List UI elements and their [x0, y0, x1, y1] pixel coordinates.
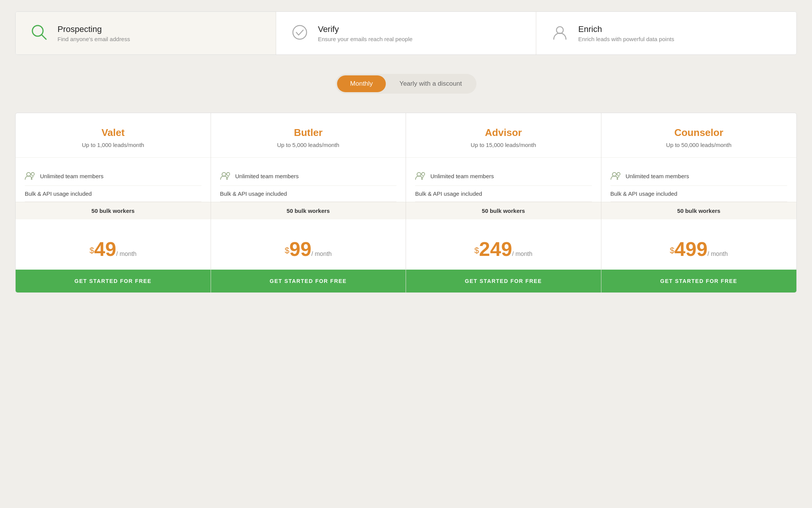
yearly-toggle[interactable]: Yearly with a discount [387, 75, 475, 92]
valet-header: Valet Up to 1,000 leads/month [16, 113, 211, 158]
advisor-price: $249/ month [406, 228, 601, 270]
svg-point-9 [422, 173, 425, 176]
search-icon [29, 22, 49, 44]
butler-features: Unlimited team members Bulk & API usage … [211, 158, 406, 228]
svg-point-2 [293, 26, 307, 39]
valet-price: $49/ month [16, 228, 211, 270]
advisor-title: Advisor [415, 127, 592, 139]
svg-point-11 [617, 173, 620, 176]
svg-point-7 [227, 173, 230, 176]
butler-team-row: Unlimited team members [220, 167, 397, 186]
butler-cta-button[interactable]: GET STARTED FOR FREE [211, 270, 406, 292]
enrich-title: Enrich [578, 24, 674, 34]
valet-leads: Up to 1,000 leads/month [25, 142, 201, 148]
valet-title: Valet [25, 127, 201, 139]
feature-tabs: Prospecting Find anyone's email address … [15, 11, 797, 55]
advisor-api-row: Bulk & API usage included [415, 186, 592, 202]
feature-tab-prospecting[interactable]: Prospecting Find anyone's email address [16, 12, 276, 54]
team-icon [25, 171, 35, 181]
butler-leads: Up to 5,000 leads/month [220, 142, 397, 148]
svg-point-3 [556, 27, 563, 34]
advisor-workers: 50 bulk workers [406, 202, 601, 219]
counselor-team-row: Unlimited team members [611, 167, 788, 186]
valet-price-amount: $49/ month [90, 250, 136, 257]
counselor-cta: GET STARTED FOR FREE [601, 270, 797, 292]
advisor-features: Unlimited team members Bulk & API usage … [406, 158, 601, 228]
advisor-leads: Up to 15,000 leads/month [415, 142, 592, 148]
butler-workers: 50 bulk workers [211, 202, 406, 219]
counselor-price-amount: $499/ month [670, 250, 728, 257]
butler-team-icon [220, 171, 231, 181]
advisor-cta-button[interactable]: GET STARTED FOR FREE [406, 270, 601, 292]
butler-price: $99/ month [211, 228, 406, 270]
valet-team-row: Unlimited team members [25, 167, 201, 186]
butler-header: Butler Up to 5,000 leads/month [211, 113, 406, 158]
valet-features: Unlimited team members Bulk & API usage … [16, 158, 211, 228]
plan-valet: Valet Up to 1,000 leads/month Unlimited … [16, 113, 211, 292]
advisor-api-label: Bulk & API usage included [415, 190, 482, 197]
counselor-price: $499/ month [601, 228, 797, 270]
prospecting-text: Prospecting Find anyone's email address [58, 24, 130, 42]
counselor-workers: 50 bulk workers [601, 202, 797, 219]
counselor-features: Unlimited team members Bulk & API usage … [601, 158, 797, 228]
monthly-toggle[interactable]: Monthly [337, 75, 386, 92]
pricing-grid: Valet Up to 1,000 leads/month Unlimited … [15, 113, 797, 293]
counselor-leads: Up to 50,000 leads/month [611, 142, 788, 148]
enrich-text: Enrich Enrich leads with powerful data p… [578, 24, 674, 42]
enrich-icon [550, 22, 570, 44]
butler-api-label: Bulk & API usage included [220, 190, 287, 197]
butler-team-label: Unlimited team members [235, 173, 299, 179]
counselor-header: Counselor Up to 50,000 leads/month [601, 113, 797, 158]
svg-line-1 [42, 35, 46, 39]
counselor-cta-button[interactable]: GET STARTED FOR FREE [601, 270, 797, 292]
valet-api-label: Bulk & API usage included [25, 190, 92, 197]
valet-api-row: Bulk & API usage included [25, 186, 201, 202]
advisor-header: Advisor Up to 15,000 leads/month [406, 113, 601, 158]
verify-icon [290, 22, 310, 44]
advisor-team-row: Unlimited team members [415, 167, 592, 186]
advisor-team-label: Unlimited team members [430, 173, 494, 179]
feature-tab-enrich[interactable]: Enrich Enrich leads with powerful data p… [536, 12, 796, 54]
svg-point-5 [31, 173, 34, 176]
advisor-team-icon [415, 171, 426, 181]
prospecting-desc: Find anyone's email address [58, 36, 130, 42]
plan-advisor: Advisor Up to 15,000 leads/month Unlimit… [406, 113, 601, 292]
plan-butler: Butler Up to 5,000 leads/month Unlimited… [211, 113, 406, 292]
toggle-container: Monthly Yearly with a discount [336, 74, 476, 94]
verify-text: Verify Ensure your emails reach real peo… [318, 24, 412, 42]
butler-cta: GET STARTED FOR FREE [211, 270, 406, 292]
billing-toggle: Monthly Yearly with a discount [15, 74, 797, 94]
butler-api-row: Bulk & API usage included [220, 186, 397, 202]
feature-tab-verify[interactable]: Verify Ensure your emails reach real peo… [276, 12, 537, 54]
valet-cta: GET STARTED FOR FREE [16, 270, 211, 292]
prospecting-title: Prospecting [58, 24, 130, 34]
counselor-api-row: Bulk & API usage included [611, 186, 788, 202]
verify-desc: Ensure your emails reach real people [318, 36, 412, 42]
counselor-api-label: Bulk & API usage included [611, 190, 678, 197]
valet-team-label: Unlimited team members [40, 173, 104, 179]
valet-workers: 50 bulk workers [16, 202, 211, 219]
enrich-desc: Enrich leads with powerful data points [578, 36, 674, 42]
valet-cta-button[interactable]: GET STARTED FOR FREE [16, 270, 211, 292]
counselor-title: Counselor [611, 127, 788, 139]
butler-title: Butler [220, 127, 397, 139]
verify-title: Verify [318, 24, 412, 34]
counselor-team-label: Unlimited team members [626, 173, 689, 179]
plan-counselor: Counselor Up to 50,000 leads/month Unlim… [601, 113, 797, 292]
advisor-cta: GET STARTED FOR FREE [406, 270, 601, 292]
advisor-price-amount: $249/ month [475, 250, 532, 257]
butler-price-amount: $99/ month [285, 250, 332, 257]
counselor-team-icon [611, 171, 621, 181]
